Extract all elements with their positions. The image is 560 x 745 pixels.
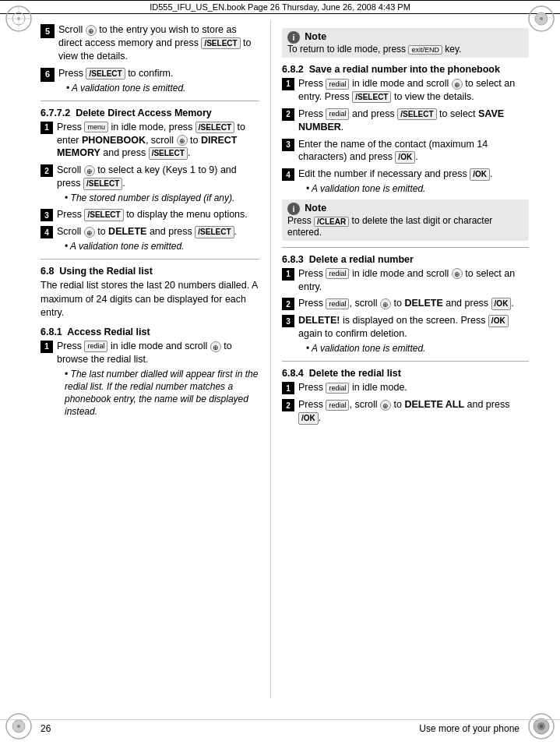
text-683-2: Press redial, scroll ⊕ to DELETE and pre… xyxy=(298,297,529,310)
section-682-heading: 6.8.2 Save a redial number into the phon… xyxy=(282,64,529,75)
steps-672: 1 Press menu in idle mode, press /SELECT… xyxy=(41,121,259,253)
step-672-1: 1 Press menu in idle mode, press /SELECT… xyxy=(41,121,259,161)
select-btn-672-2: /SELECT xyxy=(83,178,122,190)
section-68-title: Using the Redial list xyxy=(59,266,152,277)
footer-page-num: 26 xyxy=(41,723,51,734)
text-672-3: Press /SELECT to display the menu option… xyxy=(57,208,259,221)
nav-672-2: ⊕ xyxy=(84,165,95,176)
badge-672-1: 1 xyxy=(41,122,53,134)
step-682-4: 4 Edit the number if necessary and press… xyxy=(282,168,529,195)
divider-1 xyxy=(41,101,259,101)
header-bar: ID555_IFU_US_EN.book Page 26 Thursday, J… xyxy=(0,0,560,14)
redial-btn-682-2: redial xyxy=(326,108,349,119)
text-684-2: Press redial, scroll ⊕ to DELETE ALL and… xyxy=(298,398,529,425)
step-672-3: 3 Press /SELECT to display the menu opti… xyxy=(41,208,259,221)
right-column: i Note To return to idle mode, press exi… xyxy=(271,20,560,698)
section-683-heading: 6.8.3 Delete a redial number xyxy=(282,254,529,265)
ok-btn-683-2: /OK xyxy=(491,298,512,310)
section-683-title: Delete a redial number xyxy=(309,254,414,265)
text-672-4: Scroll ⊕ to DELETE and press /SELECT. A … xyxy=(57,225,259,252)
section-681-num: 6.8.1 xyxy=(41,327,62,337)
note2-text: Press /CLEAR to delete the last digit or… xyxy=(287,215,492,237)
header-text: ID555_IFU_US_EN.book Page 26 Thursday, J… xyxy=(150,2,410,12)
select-btn-step5: /SELECT xyxy=(201,37,240,50)
step-672-2: 2 Scroll ⊕ to select a key (Keys 1 to 9)… xyxy=(41,164,259,204)
section-681-heading: 6.8.1 Access Redial list xyxy=(41,327,259,337)
badge-684-1: 1 xyxy=(282,382,294,394)
badge-672-4: 4 xyxy=(41,226,53,238)
step-684-2: 2 Press redial, scroll ⊕ to DELETE ALL a… xyxy=(282,398,529,425)
text-682-3: Enter the name of the contact (maximum 1… xyxy=(298,138,529,164)
note-title-2: Note xyxy=(305,203,326,214)
section-683-num: 6.8.3 xyxy=(282,254,304,265)
step-672-4: 4 Scroll ⊕ to DELETE and press /SELECT. … xyxy=(41,225,259,252)
note-icon-1: i xyxy=(287,31,300,44)
divider-right-2 xyxy=(282,361,529,362)
select-btn-672-1: /SELECT xyxy=(195,122,234,134)
redial-btn-683-2: redial xyxy=(326,298,349,309)
steps-683: 1 Press redial in idle mode and scroll ⊕… xyxy=(282,267,529,355)
footer-text: Use more of your phone xyxy=(419,723,519,734)
select-btn-step6: /SELECT xyxy=(86,68,125,80)
redial-btn-683-1: redial xyxy=(326,268,349,279)
redial-btn-684-2: redial xyxy=(326,400,349,411)
step6-text: Press /SELECT to confirm. A validation t… xyxy=(58,67,259,94)
bullet-672-2: The stored number is displayed (if any). xyxy=(57,192,259,204)
ok-btn-683-3: /OK xyxy=(488,315,509,327)
step-6: 6 Press /SELECT to confirm. A validation… xyxy=(41,67,259,94)
badge-681-1: 1 xyxy=(41,341,53,353)
redial-btn-684-1: redial xyxy=(326,383,349,394)
ok-btn-682-3: /OK xyxy=(395,151,415,164)
note-box-2: i Note Press /CLEAR to delete the last d… xyxy=(282,199,529,240)
nav-icon-step5: ⊕ xyxy=(86,25,97,36)
left-column: 5 Scroll ⊕ to the entry you wish to stor… xyxy=(0,20,271,698)
text-672-1: Press menu in idle mode, press /SELECT t… xyxy=(57,121,259,161)
nav-681-1: ⊕ xyxy=(210,341,221,352)
menu-btn: menu xyxy=(84,122,108,132)
select-btn-672-1b: /SELECT xyxy=(149,147,188,160)
bullet-683-3: A validation tone is emitted. xyxy=(298,342,529,355)
step5-badge: 5 xyxy=(41,24,55,38)
nav-672-1: ⊕ xyxy=(177,135,188,146)
note-title-1: Note xyxy=(305,31,326,42)
step-682-2: 2 Press redial and press /SELECT to sele… xyxy=(282,108,529,134)
step6-badge: 6 xyxy=(41,68,55,82)
select-btn-672-4: /SELECT xyxy=(195,226,234,238)
nav-682-1: ⊕ xyxy=(452,79,463,90)
bullet-672-4: A validation tone is emitted. xyxy=(57,240,259,252)
text-682-2: Press redial and press /SELECT to select… xyxy=(298,108,529,134)
badge-672-2: 2 xyxy=(41,164,53,177)
badge-683-3: 3 xyxy=(282,315,294,327)
section-68-heading: 6.8 Using the Redial list xyxy=(41,266,259,277)
step-5: 5 Scroll ⊕ to the entry you wish to stor… xyxy=(41,23,259,63)
step-683-1: 1 Press redial in idle mode and scroll ⊕… xyxy=(282,267,529,294)
corner-decoration-tl xyxy=(5,5,33,33)
nav-683-2: ⊕ xyxy=(380,298,391,309)
section-684-heading: 6.8.4 Delete the redial list xyxy=(282,368,529,379)
steps-681: 1 Press redial in idle mode and scroll ⊕… xyxy=(41,340,259,418)
steps-list-top: 5 Scroll ⊕ to the entry you wish to stor… xyxy=(41,23,259,94)
svg-point-7 xyxy=(540,17,543,20)
step6-bullet: A validation tone is emitted. xyxy=(58,82,259,94)
text-681-1: Press redial in idle mode and scroll ⊕ t… xyxy=(57,340,259,418)
section-684-num: 6.8.4 xyxy=(282,368,304,379)
text-684-1: Press redial in idle mode. xyxy=(298,381,529,394)
section-672-heading: 6.7.7.2 Delete Direct Access Memory xyxy=(41,108,259,118)
divider-2 xyxy=(41,259,259,260)
section-681-title: Access Redial list xyxy=(67,327,150,337)
step-682-1: 1 Press redial in idle mode and scroll ⊕… xyxy=(282,77,529,104)
end-btn-note1: exit/END xyxy=(408,45,442,55)
text-682-1: Press redial in idle mode and scroll ⊕ t… xyxy=(298,77,529,104)
section-672-num: 6.7.7.2 xyxy=(41,108,70,118)
steps-684: 1 Press redial in idle mode. 2 Press red… xyxy=(282,381,529,425)
select-btn-682-1: /SELECT xyxy=(352,91,391,104)
step-682-3: 3 Enter the name of the contact (maximum… xyxy=(282,138,529,164)
badge-682-3: 3 xyxy=(282,139,294,151)
step-684-1: 1 Press redial in idle mode. xyxy=(282,381,529,394)
section-672-title: Delete Direct Access Memory xyxy=(76,108,212,118)
ok-btn-682-4: /OK xyxy=(470,168,490,181)
section-68-num: 6.8 xyxy=(41,266,54,277)
bullet-681-1: The last number dialled will appear firs… xyxy=(57,368,259,418)
ok-btn-684-2: /OK xyxy=(298,412,319,425)
select-btn-682-2: /SELECT xyxy=(397,108,436,121)
